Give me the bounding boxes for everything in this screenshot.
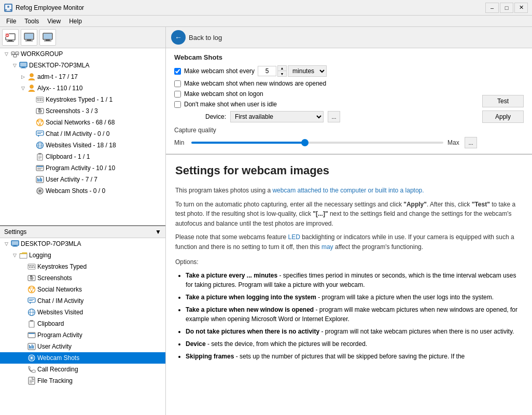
svg-rect-112 xyxy=(32,344,33,349)
svg-rect-2 xyxy=(6,10,11,11)
svg-rect-20 xyxy=(13,54,17,57)
svg-rect-35 xyxy=(37,100,39,101)
svg-rect-1 xyxy=(7,9,10,10)
tree-item-b-filetracking[interactable]: ▷ File Tracking xyxy=(0,375,165,386)
close-button[interactable]: ✕ xyxy=(514,3,528,13)
tree-item-b-keystrokes[interactable]: ▷ Keystrokes Typed xyxy=(0,261,165,272)
expand-admt[interactable]: ▷ xyxy=(19,73,27,81)
b-clipboard-label: Clipboard xyxy=(37,320,64,327)
svg-rect-31 xyxy=(37,98,38,99)
menu-help[interactable]: Help xyxy=(65,17,86,26)
social-label: Social Networks - 68 / 68 xyxy=(46,119,115,126)
minimize-button[interactable]: – xyxy=(485,3,499,13)
interval-value-input[interactable]: 5 xyxy=(258,66,276,76)
svg-rect-10 xyxy=(27,39,31,40)
tree-item-b-screenshots[interactable]: ▷ Screenshots xyxy=(0,272,165,284)
expand-logging[interactable]: ▽ xyxy=(10,251,19,259)
option-6: Skipping frames - sets up the number of … xyxy=(186,352,523,361)
device-dropdown[interactable]: First available xyxy=(230,111,324,122)
menu-file[interactable]: File xyxy=(2,17,20,26)
tree-item-b-program[interactable]: ▷ Program Activity xyxy=(0,329,165,341)
tree-item-b-clipboard[interactable]: ▷ Clipboard xyxy=(0,318,165,329)
apply-button[interactable]: Apply xyxy=(482,110,524,123)
help-intro-2: To turn on the automatic photo capturing… xyxy=(175,200,523,229)
tree-item-b-chat[interactable]: ▷ Chat / IM Activity xyxy=(0,295,165,307)
tree-item-social[interactable]: ▷ Social Networks - 68 / 68 xyxy=(0,117,165,128)
tree-item-useractivity[interactable]: ▷ User Activity - 7 / 7 xyxy=(0,174,165,185)
tree-item-clipboard[interactable]: ▷ Clipboard - 1 / 1 xyxy=(0,151,165,162)
capture-quality-label: Capture quality xyxy=(174,127,477,134)
svg-rect-12 xyxy=(25,34,33,39)
svg-rect-108 xyxy=(29,333,35,334)
back-arrow-icon: ← xyxy=(171,30,186,45)
tree-item-b-websites[interactable]: ▷ Websites Visited xyxy=(0,307,165,318)
b-websites-label: Websites Visited xyxy=(37,309,83,316)
tree-item-desktop[interactable]: ▽ DESKTOP-7OP3MLA xyxy=(0,60,165,71)
slider-thumb[interactable] xyxy=(301,139,309,146)
tree-item-webcam-top[interactable]: ▷ Webcam Shots - 0 / 0 xyxy=(0,185,165,197)
tree-bottom[interactable]: ▽ DESKTOP-7OP3MLA ▽ xyxy=(0,238,165,415)
svg-rect-98 xyxy=(28,298,35,302)
tree-item-chat[interactable]: ▷ Chat / IM Activity - 0 / 0 xyxy=(0,128,165,140)
tree-item-logging[interactable]: ▽ Logging xyxy=(0,250,165,261)
computer-button-1[interactable] xyxy=(21,29,37,46)
option-6-bold: Skipping frames xyxy=(186,353,234,360)
checkbox-label-1: Make webcam shot every xyxy=(184,67,255,75)
device-ellipsis-button[interactable]: ... xyxy=(328,111,340,122)
computer-button-2[interactable] xyxy=(39,29,56,46)
tree-item-alyx[interactable]: ▽ Alyx- - 110 / 110 xyxy=(0,82,165,94)
svg-rect-85 xyxy=(31,267,33,268)
tree-item-b-useractivity[interactable]: ▷ User Activity xyxy=(0,341,165,352)
remove-computer-button[interactable] xyxy=(2,29,19,46)
expand-desktop[interactable]: ▽ xyxy=(10,61,19,70)
checkbox-new-windows[interactable] xyxy=(174,80,181,87)
option-5-bold: Device xyxy=(186,340,206,348)
b-program-icon xyxy=(27,330,36,340)
options-title: Options: xyxy=(175,257,523,267)
checkbox-idle[interactable] xyxy=(174,101,181,108)
checkbox-row-4: Don't make shot when user is idle xyxy=(174,101,477,108)
tree-top[interactable]: ▽ WORKGROUP ▽ xyxy=(0,48,165,226)
b-webcam-label: Webcam Shots xyxy=(37,354,79,362)
expand-workgroup[interactable]: ▽ xyxy=(2,50,10,58)
checkbox-logon[interactable] xyxy=(174,91,181,98)
slider-ellipsis-button[interactable]: ... xyxy=(465,137,477,148)
tree-item-workgroup[interactable]: ▽ WORKGROUP xyxy=(0,48,165,60)
tree-item-program[interactable]: ▷ Program Activity - 10 / 10 xyxy=(0,162,165,174)
slider-container[interactable] xyxy=(191,137,443,148)
tree-item-websites[interactable]: ▷ Websites Visited - 18 / 18 xyxy=(0,140,165,151)
toolbar xyxy=(0,27,165,48)
expand-alyx[interactable]: ▽ xyxy=(19,84,27,92)
spinner-down[interactable]: ▼ xyxy=(278,71,286,76)
tree-item-desktop-b[interactable]: ▽ DESKTOP-7OP3MLA xyxy=(0,238,165,250)
tree-item-b-callrecording[interactable]: ▷ Call Recording xyxy=(0,364,165,375)
webcam-icon-top xyxy=(35,186,45,196)
expand-desktop-b[interactable]: ▽ xyxy=(2,240,10,248)
b-useractivity-icon xyxy=(27,342,36,351)
menu-tools[interactable]: Tools xyxy=(20,17,43,26)
slider-track xyxy=(191,142,443,144)
svg-rect-6 xyxy=(7,41,14,42)
checkbox-make-shot-every[interactable] xyxy=(174,68,181,75)
alyx-label: Alyx- - 110 / 110 xyxy=(37,85,82,92)
help-panel: Settings for webcam images This program … xyxy=(166,154,532,415)
screenshots-icon xyxy=(35,106,45,116)
tree-item-b-webcam[interactable]: ▷ Webcam Shots xyxy=(0,352,165,364)
interval-unit-select[interactable]: minutes seconds xyxy=(288,65,327,77)
tree-item-screenshots[interactable]: ▷ Screenshots - 3 / 3 xyxy=(0,105,165,117)
back-to-log-bar[interactable]: ← Back to log xyxy=(166,27,532,48)
menu-view[interactable]: View xyxy=(43,17,65,26)
tree-item-b-social[interactable]: ▷ Social Networks xyxy=(0,284,165,295)
desktop-b-label: DESKTOP-7OP3MLA xyxy=(21,240,81,247)
options-list: Take a picture every ... minutes - speci… xyxy=(186,271,523,361)
svg-line-97 xyxy=(32,288,34,292)
b-clipboard-icon xyxy=(27,319,36,328)
maximize-button[interactable]: □ xyxy=(500,3,513,13)
spinner-up[interactable]: ▲ xyxy=(278,66,286,71)
svg-point-89 xyxy=(31,278,33,279)
settings-bar[interactable]: Settings ▼ xyxy=(0,226,165,238)
test-button[interactable]: Test xyxy=(482,95,524,107)
tree-item-admt[interactable]: ▷ adm-t - 17 / 17 xyxy=(0,71,165,82)
tree-item-keystrokes[interactable]: ▷ Keystrokes Typed - 1 / 1 xyxy=(0,94,165,105)
svg-rect-77 xyxy=(12,246,18,247)
